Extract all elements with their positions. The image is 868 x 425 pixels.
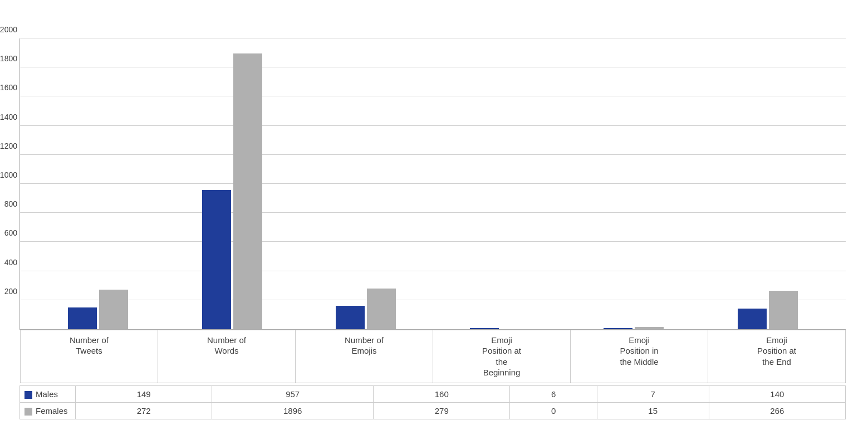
bar-male: [738, 309, 767, 329]
y-tick-label: 1200: [0, 141, 17, 150]
bar-group: [299, 38, 433, 329]
bar-female: [99, 290, 128, 329]
bar-male: [336, 306, 365, 329]
x-axis-label: Number ofWords: [158, 330, 296, 383]
legend-male-box: [24, 391, 32, 399]
bars-area: [20, 38, 846, 329]
table-cell: 957: [212, 385, 374, 402]
y-tick-label: 1000: [0, 170, 17, 179]
table-cell: 15: [597, 402, 709, 419]
legend-female-box: [24, 408, 32, 416]
y-tick-label: 400: [4, 258, 17, 267]
bar-female: [233, 53, 262, 329]
legend-and-table: Males14995716067140Females27218962790152…: [19, 385, 846, 419]
table-row-males: Males14995716067140: [20, 385, 846, 402]
bar-group: [31, 38, 165, 329]
table-row-females: Females2721896279015266: [20, 402, 846, 419]
table-cell: 7: [597, 385, 709, 402]
x-axis-label: Number ofEmojis: [296, 330, 433, 383]
table-cell: 266: [709, 402, 845, 419]
table-cell: 272: [76, 402, 212, 419]
bar-female: [769, 291, 798, 329]
y-tick-label: 1600: [0, 83, 17, 92]
bar-female: [367, 289, 396, 329]
y-tick-label: 1800: [0, 54, 17, 63]
x-axis-labels: Number ofTweetsNumber ofWordsNumber ofEm…: [19, 330, 846, 383]
y-tick-label: 800: [4, 199, 17, 208]
females-label: Females: [36, 406, 68, 416]
bar-male: [68, 307, 97, 329]
bar-group: [701, 38, 835, 329]
chart-container: 200400600800100012001400160018002000 Num…: [0, 0, 868, 425]
bar-female: [635, 327, 664, 329]
y-tick-label: 200: [4, 287, 17, 296]
plot-area: 200400600800100012001400160018002000: [19, 38, 846, 330]
table-cell: 1896: [212, 402, 374, 419]
males-label: Males: [36, 389, 58, 399]
bar-group: [165, 38, 300, 329]
table-cell: 149: [76, 385, 212, 402]
bar-male: [202, 190, 231, 329]
bar-group: [567, 38, 701, 329]
y-tick-label: 2000: [0, 25, 17, 34]
bar-male: [470, 328, 499, 329]
table-cell: 279: [374, 402, 510, 419]
x-axis-label: Number ofTweets: [20, 330, 158, 383]
x-axis-label: EmojiPosition atthe End: [708, 330, 846, 383]
x-axis-label: EmojiPosition inthe Middle: [571, 330, 708, 383]
bar-male: [604, 328, 632, 329]
data-table: Males14995716067140Females27218962790152…: [19, 385, 846, 419]
bar-group: [433, 38, 567, 329]
x-axis-label: EmojiPosition attheBeginning: [433, 330, 571, 383]
chart-title: [17, 11, 851, 33]
y-tick-label: 600: [4, 228, 17, 237]
table-cell: 160: [374, 385, 510, 402]
table-cell: 140: [709, 385, 845, 402]
y-tick-label: 1400: [0, 113, 17, 121]
table-cell: 0: [510, 402, 597, 419]
table-cell: 6: [510, 385, 597, 402]
